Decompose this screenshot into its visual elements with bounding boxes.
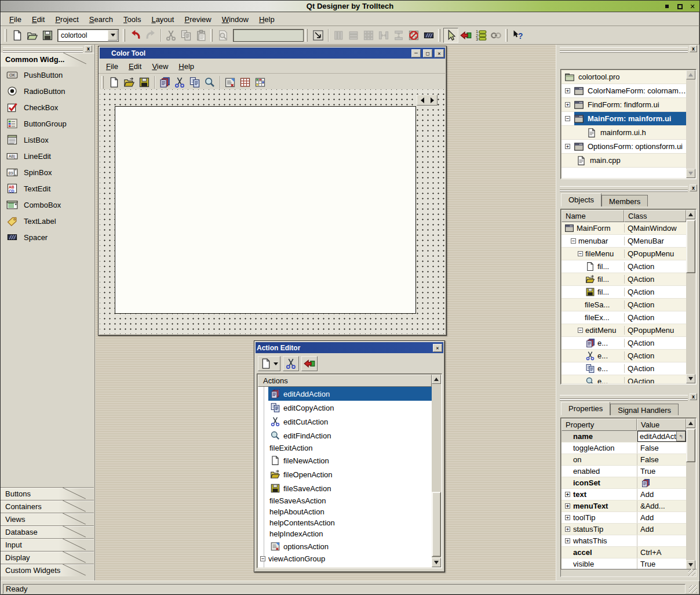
scroll-left-icon[interactable] xyxy=(417,95,427,105)
pointer-button[interactable] xyxy=(443,28,458,43)
scroll-down-icon[interactable] xyxy=(686,560,695,569)
object-row-fileSa[interactable]: fileSa...QAction xyxy=(562,299,686,311)
property-value-editor[interactable]: editAddActio↰ xyxy=(637,431,686,442)
scroll-up-icon[interactable] xyxy=(686,419,695,428)
toolbar-handle[interactable] xyxy=(305,29,308,42)
action-item-fileOpenAction[interactable]: fileOpenAction xyxy=(258,467,432,481)
menu-project[interactable]: Project xyxy=(50,13,83,26)
property-close-icon[interactable]: x xyxy=(690,393,697,400)
redo-button[interactable] xyxy=(143,28,158,43)
toolbox-tab-input[interactable]: Input xyxy=(1,538,94,551)
chevron-down-icon[interactable] xyxy=(274,362,278,365)
connect-action-button[interactable] xyxy=(301,356,318,371)
toolbar-handle[interactable] xyxy=(5,29,7,42)
adjust-size-button[interactable] xyxy=(311,28,326,43)
expand-icon[interactable]: + xyxy=(565,515,570,520)
object-row-fileEx[interactable]: fileEx...QAction xyxy=(562,311,686,324)
magnifier-button[interactable] xyxy=(202,75,217,90)
form-close-button[interactable]: ✕ xyxy=(435,49,444,57)
project-item-OptionsForm-optionsform.ui[interactable]: +OptionsForm: optionsform.ui xyxy=(562,140,686,154)
scrollbar-thumb[interactable] xyxy=(686,220,695,273)
object-row-MainForm[interactable]: MainFormQMainWindow xyxy=(562,222,686,235)
add-stack-button[interactable] xyxy=(157,75,172,90)
tab-properties[interactable]: Properties xyxy=(561,402,610,415)
action-item-editFindAction[interactable]: editFindAction xyxy=(258,429,432,442)
menu-window[interactable]: Window xyxy=(217,13,254,26)
toolbar-handle[interactable] xyxy=(101,76,104,89)
property-row-visible[interactable]: visibleTrue xyxy=(562,558,686,569)
toolbar-handle[interactable] xyxy=(505,29,508,42)
toolbox-dock-handle[interactable]: x xyxy=(2,45,93,53)
property-row-on[interactable]: onFalse xyxy=(562,454,686,466)
scroll-down-icon[interactable] xyxy=(686,169,695,178)
object-row-e[interactable]: e...QAction xyxy=(562,350,686,362)
property-row-toggleAction[interactable]: toggleActionFalse xyxy=(562,442,686,454)
project-dock-handle[interactable]: x xyxy=(559,45,698,53)
project-item-ColorNameForm-colornamef[interactable]: +ColorNameForm: colornamef... xyxy=(562,84,686,98)
save-file-button[interactable] xyxy=(40,28,55,43)
property-row-enabled[interactable]: enabledTrue xyxy=(562,466,686,477)
close-button[interactable]: ✕ xyxy=(689,3,696,10)
project-item-MainForm-mainform.ui[interactable]: −MainForm: mainform.ui xyxy=(562,112,686,126)
toolbox-widget-spinbox[interactable]: 89SpinBox xyxy=(1,164,94,180)
collapse-icon[interactable]: − xyxy=(578,328,583,333)
cut-button[interactable] xyxy=(172,75,187,90)
open-file-yellow-button[interactable] xyxy=(122,75,137,90)
action-item-editAddAction[interactable]: editAddAction xyxy=(258,387,432,401)
toolbar-handle[interactable] xyxy=(123,29,125,42)
tab-signal-handlers[interactable]: Signal Handlers xyxy=(610,404,679,415)
menu-search[interactable]: Search xyxy=(84,13,118,26)
column-header-class[interactable]: Class xyxy=(624,210,686,222)
toolbar-handle[interactable] xyxy=(210,29,213,42)
delete-action-button[interactable] xyxy=(283,356,299,371)
tab-objects[interactable]: Objects xyxy=(561,193,601,206)
new-action-button[interactable] xyxy=(258,356,280,371)
project-item-colortool.pro[interactable]: colortool.pro xyxy=(562,70,686,84)
property-row-accel[interactable]: accelCtrl+A xyxy=(562,547,686,558)
menu-layout[interactable]: Layout xyxy=(146,13,179,26)
project-item-FindForm-findform.ui[interactable]: +FindForm: findform.ui xyxy=(562,98,686,112)
find-input[interactable] xyxy=(233,29,304,42)
toolbox-tab-buttons[interactable]: Buttons xyxy=(1,487,94,500)
copy-button[interactable] xyxy=(187,75,202,90)
scroll-right-icon[interactable] xyxy=(427,95,437,105)
action-editor-titlebar[interactable]: Action Editor ✕ xyxy=(256,342,443,353)
break-layout-button[interactable] xyxy=(406,28,421,43)
tab-members[interactable]: Members xyxy=(601,195,648,206)
toolbox-widget-spacer[interactable]: Spacer xyxy=(1,229,94,245)
object-row-e[interactable]: e...QAction xyxy=(562,375,686,383)
menu-help[interactable]: Help xyxy=(254,13,280,26)
action-item-editCutAction[interactable]: editCutAction xyxy=(258,415,432,429)
toolbar-handle[interactable] xyxy=(438,29,440,42)
whats-this-button[interactable]: ? xyxy=(511,28,526,43)
undo-button[interactable] xyxy=(128,28,143,43)
toolbox-widget-textlabel[interactable]: TextLabel xyxy=(1,213,94,229)
property-dock-handle[interactable]: x xyxy=(559,393,698,401)
toolbox-tab-containers[interactable]: Containers xyxy=(1,500,94,513)
new-file-button[interactable] xyxy=(107,75,122,90)
form-menu-file[interactable]: File xyxy=(101,60,123,72)
property-row-whatsThis[interactable]: +whatsThis xyxy=(562,535,686,547)
property-scrollbar[interactable] xyxy=(686,419,695,569)
split-vertical-button[interactable] xyxy=(391,28,406,43)
property-row-text[interactable]: +textAdd xyxy=(562,489,686,500)
property-row-iconSet[interactable]: iconSet xyxy=(562,477,686,489)
open-file-button[interactable] xyxy=(25,28,40,43)
property-row-name[interactable]: nameeditAddActio↰ xyxy=(562,431,686,442)
spacer-button[interactable] xyxy=(421,28,436,43)
find-text-button[interactable] xyxy=(216,28,231,43)
scrollbar-thumb[interactable] xyxy=(432,492,441,557)
options-book-button[interactable] xyxy=(223,75,238,90)
paste-button[interactable] xyxy=(194,28,209,43)
action-item-editCopyAction[interactable]: editCopyAction xyxy=(258,401,432,415)
action-list-header[interactable]: Actions xyxy=(258,375,432,387)
expand-icon[interactable]: + xyxy=(565,102,570,107)
collapse-icon[interactable]: − xyxy=(260,556,265,561)
window-resize-grip[interactable] xyxy=(689,585,697,593)
object-row-fil[interactable]: fil...QAction xyxy=(562,286,686,299)
toolbox-widget-buttongroup[interactable]: ButtonGroup xyxy=(1,115,94,132)
toolbox-widget-listbox[interactable]: ListBox xyxy=(1,132,94,148)
toolbox-widget-pushbutton[interactable]: OKPushButton xyxy=(1,67,94,83)
menu-preview[interactable]: Preview xyxy=(179,13,216,26)
menu-file[interactable]: File xyxy=(4,13,27,26)
